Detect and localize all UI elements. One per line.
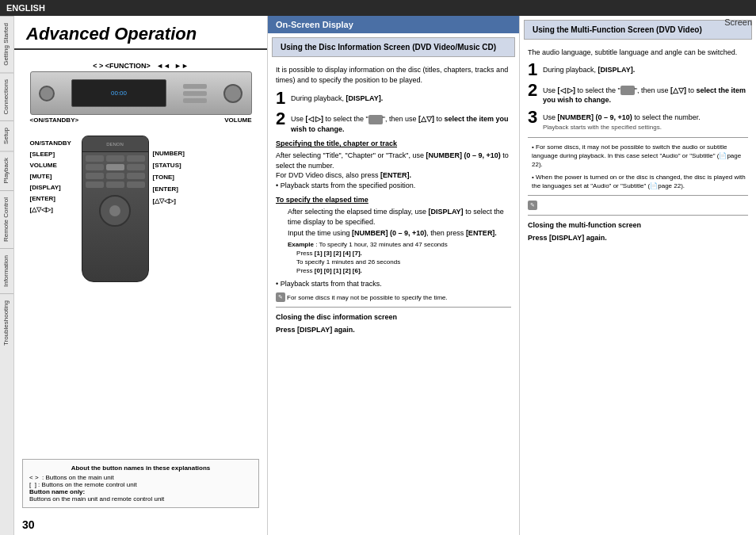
side-tab-remote-control[interactable]: Remote Control	[0, 190, 13, 248]
on-standby-label: <ON/STANDBY>	[30, 117, 79, 124]
right-note-icon: ✎	[528, 201, 748, 210]
device-diagram: < > <FUNCTION> ◄◄ ►► 00:00	[14, 50, 267, 453]
right-panel: Screen Using the Multi-Function Screen (…	[520, 16, 756, 535]
note-box-line2: [ ] : Buttons on the remote control unit	[29, 481, 252, 488]
right-closing-divider	[528, 215, 748, 216]
side-tab-getting-started[interactable]: Getting Started	[0, 16, 13, 72]
middle-panel: On-Screen Display Using the Disc Informa…	[268, 16, 520, 535]
middle-content: It is possible to display information on…	[268, 61, 519, 535]
remote-label-sleep: [SLEEP]	[30, 151, 78, 158]
right-step-3: 3 Use [NUMBER] (0 – 9, +10) to select th…	[528, 109, 748, 132]
language-label: ENGLISH	[6, 3, 45, 13]
closing-divider	[276, 307, 511, 308]
closing-disc-title: Closing the disc information screen	[276, 312, 511, 323]
right-closing-title: Closing the multi-function screen	[528, 220, 748, 231]
specify-title: Specifying the title, chapter or track	[276, 139, 511, 149]
remote-label-status: [STATUS]	[153, 162, 197, 169]
remote-label-number: [NUMBER]	[153, 150, 197, 157]
remote-label-tone: [TONE]	[153, 174, 197, 181]
specify-bullet: • Playback starts from the specified pos…	[276, 181, 511, 191]
example-block: Example : To specify 1 hour, 32 minutes …	[288, 240, 511, 276]
side-tab-information[interactable]: Information	[0, 248, 13, 293]
right-closing-action: Press [DISPLAY] again.	[528, 233, 748, 243]
left-panel-title: Advanced Operation	[14, 16, 267, 50]
elapsed-steps: After selecting the elapsed time display…	[276, 207, 511, 239]
right-divider1	[528, 137, 748, 138]
note-box-line3: Button name only:	[29, 488, 252, 495]
top-bar: ENGLISH	[0, 0, 756, 16]
right-note-1: • For some discs, it may not be possible…	[528, 143, 748, 170]
right-content: The audio language, subtitle language an…	[520, 44, 756, 248]
note-icon-row: ✎ For some discs it may not be possible …	[276, 292, 511, 302]
note-box-line1: < > : Buttons on the main unit	[29, 474, 252, 481]
small-note: For some discs it may not be possible to…	[287, 293, 448, 302]
right-divider2	[528, 195, 748, 196]
volume-label: VOLUME	[224, 117, 251, 124]
specify-dvd: For DVD Video discs, also press [ENTER].	[276, 170, 511, 181]
specify-text: After selecting "Title", "Chapter" or "T…	[276, 151, 511, 170]
right-step-2: 2 Use [◁ ▷] to select the "", then use […	[528, 82, 748, 105]
step-1: 1 During playback, [DISPLAY].	[276, 90, 511, 107]
side-tab-troubleshooting[interactable]: Troubleshooting	[0, 293, 13, 352]
right-panel-header-area: Screen Using the Multi-Function Screen (…	[520, 16, 756, 44]
playback-bullet: • Playback starts from that tracks.	[276, 279, 511, 289]
remote-label-enter-right: [ENTER]	[153, 185, 197, 193]
screen-label: Screen	[720, 16, 756, 29]
right-step-1: 1 During playback, [DISPLAY].	[528, 61, 748, 78]
page-title: Advanced Operation	[26, 24, 255, 44]
right-note-2: • When the power is turned on or the dis…	[528, 173, 748, 190]
right-intro-text: The audio language, subtitle language an…	[528, 48, 748, 58]
side-tabs: Getting Started Connections Setup Playba…	[0, 16, 14, 535]
side-tab-setup[interactable]: Setup	[0, 120, 13, 151]
note-box-title: About the button names in these explanat…	[29, 464, 252, 472]
closing-disc-action: Press [DISPLAY] again.	[276, 325, 511, 335]
remote-control-graphic: DENON	[82, 136, 149, 282]
main-unit-device: 00:00	[30, 71, 252, 115]
remote-label-mute: [MUTE]	[30, 173, 78, 180]
elapsed-title: To specify the elapsed time	[276, 195, 511, 205]
right-notes: • For some discs, it may not be possible…	[528, 143, 748, 190]
left-panel: Advanced Operation < > <FUNCTION> ◄◄ ►► …	[14, 16, 268, 535]
note-box: About the button names in these explanat…	[22, 459, 259, 508]
remote-label-arrows-right: [△▽◁▷]	[153, 197, 197, 204]
disc-info-subsection-header: Using the Disc Information Screen (DVD V…	[272, 37, 515, 57]
remote-label-display: [DISPLAY]	[30, 184, 78, 191]
step-2: 2 Use [◁ ▷] to select the "", then use […	[276, 110, 511, 134]
side-tab-connections[interactable]: Connections	[0, 72, 13, 120]
side-tab-playback[interactable]: Playback	[0, 151, 13, 189]
function-label: < > <FUNCTION> ◄◄ ►►	[30, 62, 252, 70]
main-layout: Getting Started Connections Setup Playba…	[0, 16, 756, 535]
note-box-line4: Buttons on the main unit and remote cont…	[29, 495, 252, 503]
multifunction-subsection-header: Using the Multi-Function Screen (DVD Vid…	[524, 20, 752, 40]
section-header: On-Screen Display	[268, 16, 519, 33]
remote-label-volume: VOLUME	[30, 162, 78, 169]
remote-label-arrows: [△▽◁▷]	[30, 206, 78, 213]
intro-text: It is possible to display information on…	[276, 65, 511, 85]
remote-label-enter: [ENTER]	[30, 195, 78, 202]
page-number: 30	[14, 514, 267, 535]
remote-label-on-standby: ON/STANDBY	[30, 139, 78, 147]
